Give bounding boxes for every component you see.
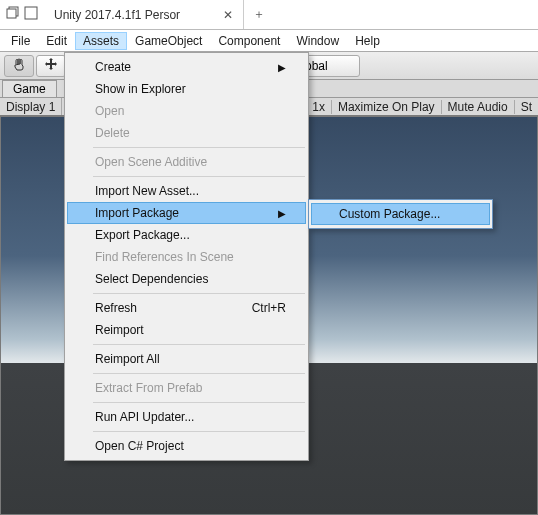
menu-open-csharp-project[interactable]: Open C# Project — [67, 435, 306, 457]
menu-extract-from-prefab: Extract From Prefab — [67, 377, 306, 399]
import-package-submenu: Custom Package... — [308, 199, 493, 229]
menu-show-in-explorer[interactable]: Show in Explorer — [67, 78, 306, 100]
menu-open-scene-additive: Open Scene Additive — [67, 151, 306, 173]
menu-select-dependencies[interactable]: Select Dependencies — [67, 268, 306, 290]
tab-game-label: Game — [13, 82, 46, 96]
menu-import-package[interactable]: Import Package▶ — [67, 202, 306, 224]
mute-audio-toggle[interactable]: Mute Audio — [441, 100, 514, 114]
menu-edit[interactable]: Edit — [38, 32, 75, 50]
window-tab[interactable]: Unity 2017.4.1f1 Persor ✕ — [44, 0, 244, 29]
separator — [93, 176, 305, 177]
menu-import-new-asset[interactable]: Import New Asset... — [67, 180, 306, 202]
app-icon — [24, 6, 38, 23]
menu-bar: File Edit Assets GameObject Component Wi… — [0, 30, 538, 52]
menu-refresh[interactable]: RefreshCtrl+R — [67, 297, 306, 319]
menu-find-references: Find References In Scene — [67, 246, 306, 268]
scale-label: 1x — [305, 100, 331, 114]
display-dropdown[interactable]: Display 1 — [0, 98, 62, 115]
separator — [93, 402, 305, 403]
separator — [93, 147, 305, 148]
menu-gameobject[interactable]: GameObject — [127, 32, 210, 50]
menu-assets[interactable]: Assets — [75, 32, 127, 50]
shortcut-label: Ctrl+R — [252, 301, 286, 315]
tab-game[interactable]: Game — [2, 80, 57, 97]
assets-dropdown: Create▶ Show in Explorer Open Delete Ope… — [64, 52, 309, 461]
separator — [93, 431, 305, 432]
tab-title: Unity 2017.4.1f1 Persor — [54, 8, 180, 22]
menu-window[interactable]: Window — [288, 32, 347, 50]
menu-file[interactable]: File — [3, 32, 38, 50]
chevron-right-icon: ▶ — [278, 208, 286, 219]
menu-help[interactable]: Help — [347, 32, 388, 50]
new-tab-button[interactable]: ＋ — [244, 0, 274, 29]
toolbar-dropdown-partial[interactable]: obal — [300, 55, 360, 77]
separator — [93, 373, 305, 374]
menu-custom-package[interactable]: Custom Package... — [311, 203, 490, 225]
restore-icon — [6, 6, 20, 23]
menu-reimport-all[interactable]: Reimport All — [67, 348, 306, 370]
close-icon[interactable]: ✕ — [213, 8, 233, 22]
menu-export-package[interactable]: Export Package... — [67, 224, 306, 246]
maximize-on-play-toggle[interactable]: Maximize On Play — [331, 100, 441, 114]
menu-reimport[interactable]: Reimport — [67, 319, 306, 341]
menu-run-api-updater[interactable]: Run API Updater... — [67, 406, 306, 428]
menu-create[interactable]: Create▶ — [67, 56, 306, 78]
stats-toggle[interactable]: St — [514, 100, 538, 114]
chevron-right-icon: ▶ — [278, 62, 286, 73]
separator — [93, 293, 305, 294]
hand-icon — [12, 57, 26, 74]
svg-rect-2 — [25, 7, 37, 19]
move-tool-button[interactable] — [36, 55, 66, 77]
svg-rect-1 — [7, 9, 16, 18]
window-system-icons — [0, 0, 44, 29]
menu-delete: Delete — [67, 122, 306, 144]
separator — [93, 344, 305, 345]
menu-open: Open — [67, 100, 306, 122]
hand-tool-button[interactable] — [4, 55, 34, 77]
move-icon — [44, 57, 58, 74]
title-bar: Unity 2017.4.1f1 Persor ✕ ＋ — [0, 0, 538, 30]
menu-component[interactable]: Component — [210, 32, 288, 50]
